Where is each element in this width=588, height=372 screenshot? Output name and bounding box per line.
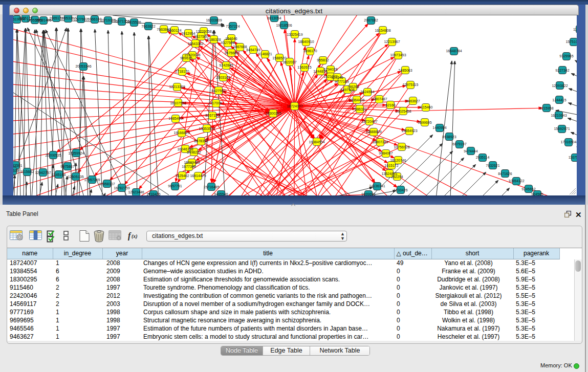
svg-text:8660124: 8660124: [167, 29, 181, 32]
svg-text:1183501: 1183501: [13, 164, 22, 167]
svg-text:5498222: 5498222: [187, 150, 201, 154]
svg-text:9327508: 9327508: [221, 41, 234, 45]
svg-text:6497508: 6497508: [340, 88, 354, 92]
svg-text:1145194: 1145194: [52, 173, 66, 177]
svg-text:154646: 154646: [225, 37, 237, 40]
svg-text:2935114: 2935114: [476, 156, 490, 159]
svg-text:7663822: 7663822: [141, 25, 155, 28]
svg-text:7515526: 7515526: [127, 20, 141, 24]
svg-text:391539: 391539: [13, 169, 19, 172]
svg-text:989635: 989635: [180, 56, 192, 60]
svg-text:252254: 252254: [391, 175, 403, 179]
svg-text:8267150: 8267150: [205, 114, 219, 117]
svg-text:8813054: 8813054: [267, 16, 281, 20]
svg-text:20053346: 20053346: [75, 64, 91, 68]
svg-text:16210643: 16210643: [551, 114, 567, 117]
svg-text:1244415: 1244415: [552, 98, 566, 102]
svg-text:9777169: 9777169: [335, 80, 349, 83]
svg-text:7625402: 7625402: [175, 174, 189, 178]
svg-text:7632621: 7632621: [486, 164, 499, 167]
svg-text:3675685: 3675685: [224, 51, 238, 55]
svg-text:12923446: 12923446: [128, 190, 144, 194]
svg-text:16648784: 16648784: [446, 49, 462, 53]
svg-text:15720407: 15720407: [361, 120, 377, 123]
svg-text:20206535: 20206535: [45, 154, 61, 157]
svg-text:7357224: 7357224: [226, 25, 239, 28]
svg-text:17957255: 17957255: [84, 178, 100, 182]
svg-text:16154808: 16154808: [375, 29, 390, 32]
svg-text:15716485: 15716485: [203, 185, 219, 189]
svg-text:2867608: 2867608: [233, 45, 247, 49]
svg-text:1733426: 1733426: [146, 192, 160, 195]
svg-text:18300295: 18300295: [265, 112, 281, 115]
svg-text:8186328: 8186328: [207, 38, 221, 41]
svg-text:10807487: 10807487: [371, 97, 387, 101]
svg-text:9115460: 9115460: [419, 105, 433, 109]
svg-text:9699695: 9699695: [361, 192, 375, 195]
svg-text:920245: 920245: [331, 76, 343, 79]
svg-text:18807249: 18807249: [372, 140, 388, 144]
svg-text:7485063: 7485063: [398, 69, 412, 72]
svg-text:13353594: 13353594: [199, 127, 214, 130]
svg-text:1115682: 1115682: [20, 170, 34, 173]
svg-text:17359924: 17359924: [68, 151, 84, 155]
svg-text:17016504: 17016504: [560, 140, 576, 144]
svg-text:1362615: 1362615: [297, 65, 311, 69]
svg-text:1733426: 1733426: [394, 188, 407, 192]
svg-text:16782759: 16782759: [114, 186, 129, 190]
svg-text:9084067: 9084067: [379, 151, 393, 155]
svg-text:12942757: 12942757: [35, 171, 51, 174]
svg-text:1527602: 1527602: [74, 17, 88, 21]
svg-text:9827500: 9827500: [194, 35, 208, 38]
svg-text:9146821: 9146821: [258, 52, 272, 56]
svg-text:13226058: 13226058: [195, 30, 211, 33]
svg-text:9245652: 9245652: [521, 187, 535, 191]
svg-text:12975115: 12975115: [403, 83, 419, 86]
svg-text:1117534: 1117534: [573, 28, 577, 31]
svg-text:9329965: 9329965: [559, 54, 573, 58]
svg-text:19654923: 19654923: [401, 129, 417, 133]
svg-text:10756928: 10756928: [394, 145, 409, 149]
svg-text:20364436: 20364436: [349, 98, 364, 102]
svg-text:18724007: 18724007: [287, 104, 302, 108]
svg-text:9474444: 9474444: [464, 149, 477, 153]
svg-text:3912954: 3912954: [181, 32, 195, 35]
svg-text:16120746: 16120746: [390, 159, 406, 162]
svg-text:10973493: 10973493: [390, 53, 406, 57]
svg-text:6879197: 6879197: [452, 142, 466, 146]
svg-text:1696170: 1696170: [303, 49, 317, 53]
svg-text:12093822: 12093822: [552, 84, 568, 87]
svg-text:3624554: 3624554: [360, 90, 374, 94]
svg-text:8215958: 8215958: [539, 106, 553, 110]
svg-text:14136141: 14136141: [369, 184, 385, 188]
svg-text:16033809: 16033809: [206, 18, 222, 22]
svg-text:12505135: 12505135: [68, 175, 83, 179]
svg-text:19218506: 19218506: [276, 24, 292, 27]
svg-text:62160: 62160: [385, 103, 396, 107]
svg-text:19166829: 19166829: [173, 131, 189, 135]
svg-text:15751074: 15751074: [565, 40, 577, 43]
svg-text:16914479: 16914479: [190, 174, 206, 178]
svg-text:8938923: 8938923: [442, 135, 456, 139]
svg-text:2087682: 2087682: [364, 18, 378, 22]
svg-text:10025458: 10025458: [395, 110, 411, 113]
svg-text:924565: 924565: [531, 192, 543, 195]
svg-text:10654122: 10654122: [508, 179, 524, 183]
svg-text:2718170: 2718170: [175, 70, 189, 73]
svg-text:19384554: 19384554: [309, 140, 324, 144]
svg-text:9242845: 9242845: [219, 63, 233, 67]
svg-text:15692971: 15692971: [554, 127, 570, 130]
svg-text:8454749: 8454749: [246, 48, 260, 52]
svg-text:955812: 955812: [317, 58, 329, 62]
svg-text:1615172: 1615172: [384, 164, 398, 167]
svg-text:9975867: 9975867: [60, 165, 74, 168]
svg-text:8878352: 8878352: [194, 139, 208, 143]
svg-text:9463627: 9463627: [406, 99, 420, 103]
svg-text:f: f: [128, 231, 132, 240]
svg-text:9465546: 9465546: [214, 192, 228, 195]
svg-text:10688609: 10688609: [365, 130, 381, 134]
svg-text:1167533: 1167533: [569, 156, 577, 159]
svg-text:7386322: 7386322: [353, 107, 366, 111]
svg-text:12213369: 12213369: [169, 85, 185, 89]
svg-text:8427552: 8427552: [211, 89, 225, 93]
